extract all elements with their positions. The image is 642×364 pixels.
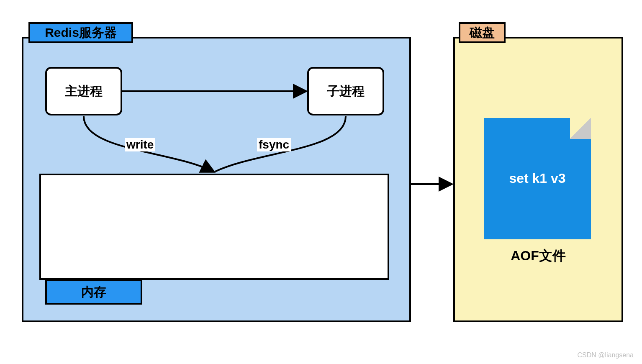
watermark: CSDN @liangsena: [577, 351, 634, 359]
aof-file-content: set k1 v3: [484, 171, 591, 186]
redis-server-title-tab: Redis服务器: [28, 22, 133, 43]
child-process-box: 子进程: [307, 67, 384, 115]
file-fold-corner: [570, 118, 591, 139]
main-process-box: 主进程: [45, 67, 122, 115]
aof-file-caption: AOF文件: [453, 247, 623, 265]
memory-title-tab: 内存: [45, 279, 142, 305]
edge-label-write: write: [125, 138, 155, 151]
edge-label-fsync: fsync: [257, 138, 291, 151]
memory-box: [39, 174, 389, 280]
diagram-stage: Redis服务器 主进程 子进程 内存 磁盘 set k1 v3 AOF文件 w…: [0, 0, 642, 364]
disk-title-tab: 磁盘: [459, 22, 506, 43]
aof-file-icon: set k1 v3: [484, 118, 591, 239]
